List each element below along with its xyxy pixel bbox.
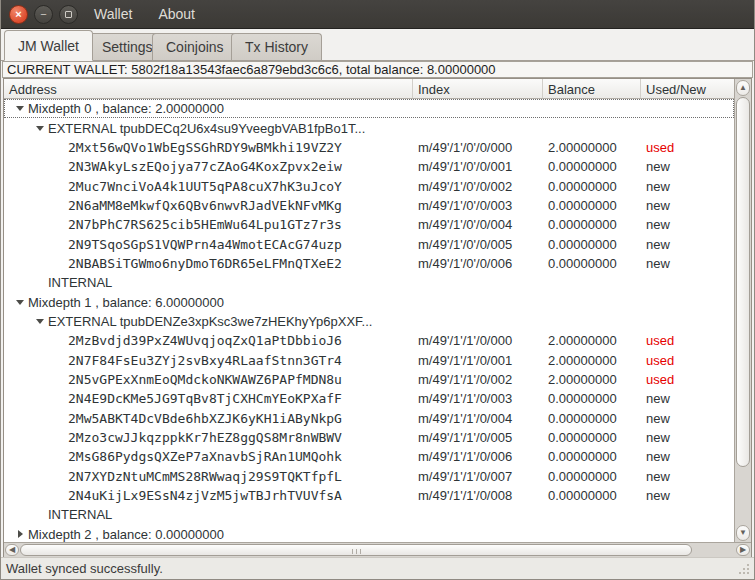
table-row[interactable]: 2MsG86PydgsQXZeP7aXnavbSjRAn1UMQohk m/49… [4,447,734,466]
status-cell: used [641,333,734,348]
balance-cell: 0.00000000 [543,430,641,445]
table-row[interactable]: EXTERNAL tpubDENZe3xpKsc3we7zHEKhyYp6pXX… [4,312,734,331]
address-text: Mixdepth 1 , balance: 6.00000000 [28,295,224,310]
table-row[interactable]: 2N7F84FsEu3ZYj2svBxy4RLaafStnn3GTr4 m/49… [4,350,734,369]
scroll-left-icon[interactable]: ◀ [5,544,19,556]
index-cell: m/49'/1'/1'/0/000 [413,333,543,348]
table-row[interactable]: 2Mxt56wQVo1WbEgSSGhRDY9wBMkhi19VZ2Y m/49… [4,138,734,157]
scrollbar-grip [356,549,357,554]
table-row[interactable]: 2N4E9DcKMe5JG9TqBv8TjCXHCmYEoKPXafF m/49… [4,389,734,408]
tab-jm-wallet[interactable]: JM Wallet [4,30,93,61]
table-row[interactable]: 2Muc7WnciVoA4k1UUT5qPA8cuX7hK3uJcoY m/49… [4,176,734,195]
table-row[interactable]: 2N5vGPExXnmEoQMdckoNKWAWZ6PAPfMDN8u m/49… [4,370,734,389]
column-header-address[interactable]: Address [4,79,413,98]
resize-grip[interactable] [738,563,750,575]
address-text: EXTERNAL tpubDENZe3xpKsc3we7zHEKhyYp6pXX… [48,314,372,329]
status-cell: used [641,140,734,155]
index-cell: m/49'/1'/0'/0/006 [413,256,543,271]
index-cell: m/49'/1'/0'/0/005 [413,237,543,252]
column-header-index[interactable]: Index [413,79,543,98]
column-header-used-new[interactable]: Used/New [641,79,734,98]
table-row[interactable]: 2MzBvdjd39PxZ4WUvqjoqZxQ1aPtDbbioJ6 m/49… [4,331,734,350]
table-row[interactable]: 2N3WAkyLszEQojya77cZAoG4KoxZpvx2eiw m/49… [4,157,734,176]
tree-rows: Mixdepth 0 , balance: 2.00000000 EXTERNA… [4,99,734,542]
table-row[interactable]: 2N9TSqoSGpS1VQWPrn4a4WmotECAcG74uzp m/49… [4,234,734,253]
expander-icon[interactable] [12,300,28,305]
maximize-icon[interactable] [59,5,78,24]
table-row[interactable]: 2NBABSiTGWmo6nyDmoT6DR65eLFMnQTXeE2 m/49… [4,254,734,273]
status-cell: new [641,411,734,426]
scroll-right-icon[interactable]: ▶ [736,544,750,556]
address-text: 2N6aMM8eMkwfQx6QBv6nwvRJadVEkNFvMKg [68,198,342,213]
scroll-down-icon[interactable]: ▼ [736,525,750,541]
address-cell: 2Mxt56wQVo1WbEgSSGhRDY9wBMkhi19VZ2Y [4,140,413,155]
horizontal-scrollbar[interactable]: ◀ ▶ [4,542,751,557]
table-row[interactable]: 2N4uKijLx9ESsN4zjVzM5jwTBJrhTVUVfsA m/49… [4,486,734,505]
menu-item-about[interactable]: About [156,4,197,24]
address-cell: 2MsG86PydgsQXZeP7aXnavbSjRAn1UMQohk [4,449,413,464]
address-text: 2Muc7WnciVoA4k1UUT5qPA8cuX7hK3uJcoY [68,179,342,194]
column-header-balance[interactable]: Balance [543,79,641,98]
balance-cell: 0.00000000 [543,469,641,484]
address-cell: 2N5vGPExXnmEoQMdckoNKWAWZ6PAPfMDN8u [4,372,413,387]
table-row[interactable]: 2N6aMM8eMkwfQx6QBv6nwvRJadVEkNFvMKg m/49… [4,196,734,215]
expander-icon[interactable] [32,126,48,131]
index-cell: m/49'/1'/1'/0/002 [413,372,543,387]
balance-cell: 0.00000000 [543,237,641,252]
address-cell: Mixdepth 0 , balance: 2.00000000 [4,101,413,116]
table-row[interactable]: Mixdepth 0 , balance: 2.00000000 [4,99,734,118]
status-bar: Wallet synced successfully. [1,557,754,579]
table-row[interactable]: 2N7bPhC7RS625cib5HEmWu64Lpu1GTz7r3s m/49… [4,215,734,234]
address-cell: Mixdepth 2 , balance: 0.00000000 [4,527,413,542]
address-text: 2Mw5ABKT4DcVBde6hbXZJK6yKH1iAByNkpG [68,411,342,426]
address-cell: 2N4uKijLx9ESsN4zjVzM5jwTBJrhTVUVfsA [4,488,413,503]
table-row[interactable]: INTERNAL [4,505,734,524]
balance-cell: 2.00000000 [543,140,641,155]
address-cell: INTERNAL [4,507,413,522]
table-row[interactable]: INTERNAL [4,273,734,292]
close-icon[interactable]: × [9,5,28,24]
tree-column-header: Address Index Balance Used/New [4,79,734,99]
address-text: 2N9TSqoSGpS1VQWPrn4a4WmotECAcG74uzp [68,237,342,252]
balance-cell: 0.00000000 [543,256,641,271]
address-cell: 2Mw5ABKT4DcVBde6hbXZJK6yKH1iAByNkpG [4,411,413,426]
address-cell: 2N9TSqoSGpS1VQWPrn4a4WmotECAcG74uzp [4,237,413,252]
expander-icon[interactable] [12,530,28,538]
expander-icon[interactable] [32,319,48,324]
table-row[interactable]: 2Mw5ABKT4DcVBde6hbXZJK6yKH1iAByNkpG m/49… [4,409,734,428]
expander-icon[interactable] [12,106,28,111]
status-cell: new [641,198,734,213]
maximize-square [65,11,72,18]
vertical-scrollbar-thumb[interactable] [736,97,750,467]
address-cell: 2Muc7WnciVoA4k1UUT5qPA8cuX7hK3uJcoY [4,179,413,194]
vertical-scrollbar[interactable]: ▲ ▼ [734,79,751,542]
table-row[interactable]: EXTERNAL tpubDECq2U6x4su9YveegbVAB1fpBo1… [4,118,734,137]
address-text: 2N7XYDzNtuMCmMS28RWwaqj29S9TQKTfpfL [68,469,342,484]
address-cell: 2NBABSiTGWmo6nyDmoT6DR65eLFMnQTXeE2 [4,256,413,271]
table-row[interactable]: Mixdepth 1 , balance: 6.00000000 [4,292,734,311]
tab-tx-history[interactable]: Tx History [231,33,322,60]
horizontal-scrollbar-thumb[interactable] [20,544,692,556]
address-text: INTERNAL [48,275,112,290]
minimize-icon[interactable]: − [34,5,53,24]
index-cell: m/49'/1'/1'/0/007 [413,469,543,484]
table-row[interactable]: 2Mzo3cwJJkqzppkKr7hEZ8ggQS8Mr8nWBWV m/49… [4,428,734,447]
balance-cell: 2.00000000 [543,333,641,348]
status-cell: used [641,353,734,368]
address-text: Mixdepth 2 , balance: 0.00000000 [28,527,224,542]
balance-cell: 0.00000000 [543,449,641,464]
scroll-up-icon[interactable]: ▲ [736,80,750,96]
balance-cell: 0.00000000 [543,391,641,406]
address-cell: 2MzBvdjd39PxZ4WUvqjoqZxQ1aPtDbbioJ6 [4,333,413,348]
tab-coinjoins[interactable]: Coinjoins [152,33,238,60]
balance-cell: 0.00000000 [543,159,641,174]
address-cell: 2N6aMM8eMkwfQx6QBv6nwvRJadVEkNFvMKg [4,198,413,213]
balance-cell: 0.00000000 [543,179,641,194]
table-row[interactable]: Mixdepth 2 , balance: 0.00000000 [4,525,734,542]
table-row[interactable]: 2N7XYDzNtuMCmMS28RWwaqj29S9TQKTfpfL m/49… [4,467,734,486]
address-cell: 2Mzo3cwJJkqzppkKr7hEZ8ggQS8Mr8nWBWV [4,430,413,445]
menu-item-wallet[interactable]: Wallet [92,4,134,24]
address-cell: 2N7F84FsEu3ZYj2svBxy4RLaafStnn3GTr4 [4,353,413,368]
address-cell: 2N4E9DcKMe5JG9TqBv8TjCXHCmYEoKPXafF [4,391,413,406]
index-cell: m/49'/1'/1'/0/006 [413,449,543,464]
